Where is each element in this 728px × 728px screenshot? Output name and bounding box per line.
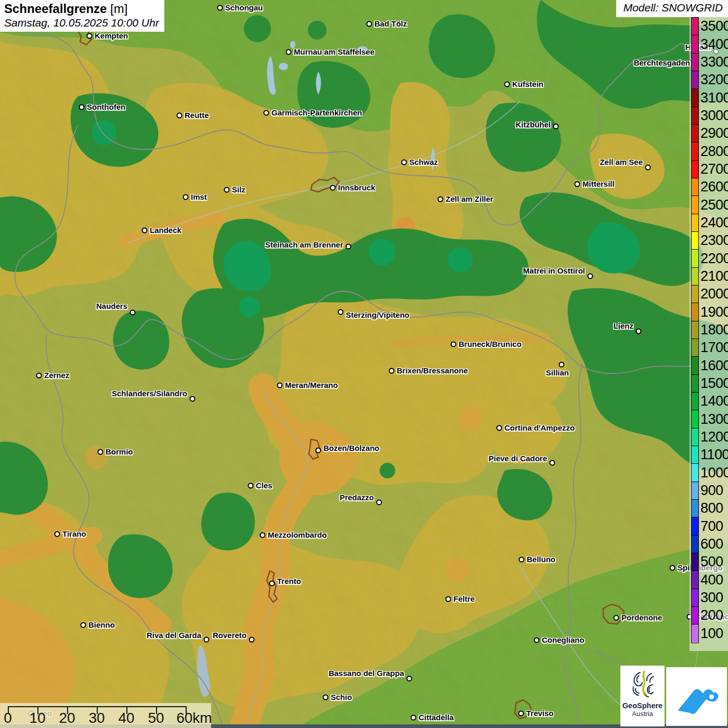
city-label: Bad Tölz — [374, 20, 407, 28]
city-label: Cles — [256, 482, 272, 490]
city-label: Garmisch-Partenkirchen — [271, 109, 362, 117]
city-dot — [389, 368, 395, 374]
city-dot — [248, 483, 254, 489]
city-label: Rovereto — [213, 631, 246, 640]
city-label: Landeck — [150, 226, 181, 235]
city-markers-layer: KemptenSchongauBad TölzMurnau am Staffel… — [0, 0, 728, 728]
city-dot — [204, 637, 210, 643]
colorbar-cell — [692, 464, 698, 482]
colorbar-tick-label: 1500 — [700, 376, 728, 391]
colorbar-tick-label: 300 — [700, 590, 723, 605]
colorbar-cell — [692, 517, 698, 535]
colorbar-cell — [692, 142, 698, 160]
city-dot — [550, 460, 555, 466]
colorbar-cell — [692, 536, 698, 553]
colorbar-cell — [692, 410, 698, 428]
city-label: Steinach am Brenner — [265, 241, 343, 249]
city-label: Sterzing/Vipiteno — [346, 311, 409, 319]
colorbar-cell — [692, 500, 698, 517]
map-title: Schneefallgrenze [m] — [4, 2, 159, 16]
city-label: Schio — [331, 693, 352, 701]
city-dot — [87, 33, 93, 39]
city-label: Kufstein — [512, 80, 543, 88]
city-label: Bienno — [88, 621, 115, 629]
city-dot — [224, 187, 230, 193]
colorbar-cell — [692, 428, 698, 446]
colorbar — [691, 17, 699, 643]
colorbar-tick-label: 1700 — [700, 340, 728, 355]
colorbar-cell — [692, 357, 698, 374]
colorbar-cell — [692, 196, 698, 214]
colorbar-cell — [692, 232, 698, 250]
colorbar-cell — [692, 285, 698, 303]
colorbar-tick-label: 200 — [700, 608, 723, 622]
geosphere-name: GeoSphere — [620, 701, 665, 710]
city-dot — [401, 160, 407, 165]
colorbar-tick-label: 1600 — [700, 358, 728, 373]
scalebar-label: 20 — [59, 710, 75, 726]
mountain-cloud-logo-icon — [673, 674, 721, 719]
city-dot — [36, 373, 42, 379]
city-dot — [636, 329, 642, 334]
city-label: Treviso — [526, 709, 554, 718]
city-label: Pordenone — [621, 614, 662, 622]
colorbar-tick-label: 3500 — [700, 19, 728, 33]
colorbar-tick-label: 400 — [700, 573, 723, 587]
city-dot — [559, 362, 565, 368]
city-dot — [330, 185, 336, 191]
city-dot — [190, 396, 196, 402]
colorbar-cell — [692, 35, 698, 53]
city-label: Zernez — [44, 371, 69, 380]
city-dot — [438, 197, 444, 202]
city-label: Matrei in Osttirol — [523, 267, 585, 275]
colorbar-cell — [692, 107, 698, 125]
city-dot — [553, 124, 559, 129]
city-label: Bassano del Grappa — [329, 669, 404, 678]
geosphere-logo-box: GeoSphere Austria — [620, 666, 665, 726]
colorbar-tick-label: 2000 — [700, 287, 728, 301]
colorbar-cell — [692, 375, 698, 393]
colorbar-cell — [692, 54, 698, 71]
colorbar-tick-label: 1300 — [700, 412, 728, 426]
city-dot — [588, 274, 593, 279]
city-dot — [338, 309, 344, 315]
city-dot — [575, 181, 580, 187]
city-label: Berchtesgaden — [634, 59, 690, 67]
model-label: Modell: SNOWGRID — [616, 0, 728, 17]
city-dot — [260, 532, 266, 538]
title-parameter: Schneefallgrenze — [4, 2, 107, 16]
city-label: Conegliano — [542, 636, 584, 644]
city-dot — [376, 500, 382, 505]
city-label: Trento — [277, 577, 301, 586]
colorbar-cell — [692, 446, 698, 464]
city-dot — [269, 581, 275, 587]
city-dot — [670, 565, 675, 571]
colorbar-tick-label: 3000 — [700, 108, 728, 123]
blue-logo-box — [666, 667, 727, 726]
colorbar-tick-label: 1400 — [700, 394, 728, 408]
colorbar-tick-label: 1100 — [700, 447, 728, 462]
city-dot — [519, 557, 525, 563]
city-label: Schwaz — [409, 158, 438, 166]
city-dot — [249, 637, 255, 643]
title-unit: [m] — [110, 2, 127, 16]
city-label: Bruneck/Brunico — [459, 340, 522, 348]
city-dot — [504, 82, 510, 87]
scalebar-label: 60km — [176, 710, 212, 726]
city-dot — [614, 615, 619, 621]
colorbar-tick-label: 2300 — [700, 233, 728, 248]
colorbar-cell — [692, 393, 698, 410]
city-dot — [411, 715, 417, 721]
colorbar-tick-label: 2500 — [700, 198, 728, 212]
colorbar-cell — [692, 303, 698, 321]
city-label: Zell am Ziller — [446, 195, 493, 203]
colorbar-cell — [692, 571, 698, 589]
geosphere-country: Austria — [620, 710, 665, 718]
city-label: Silz — [232, 186, 245, 194]
city-dot — [217, 5, 223, 11]
city-dot — [446, 596, 451, 602]
colorbar-tick-label: 1800 — [700, 322, 728, 337]
city-dot — [79, 105, 85, 110]
city-dot — [518, 711, 524, 717]
scalebar-label: 50 — [148, 710, 164, 726]
